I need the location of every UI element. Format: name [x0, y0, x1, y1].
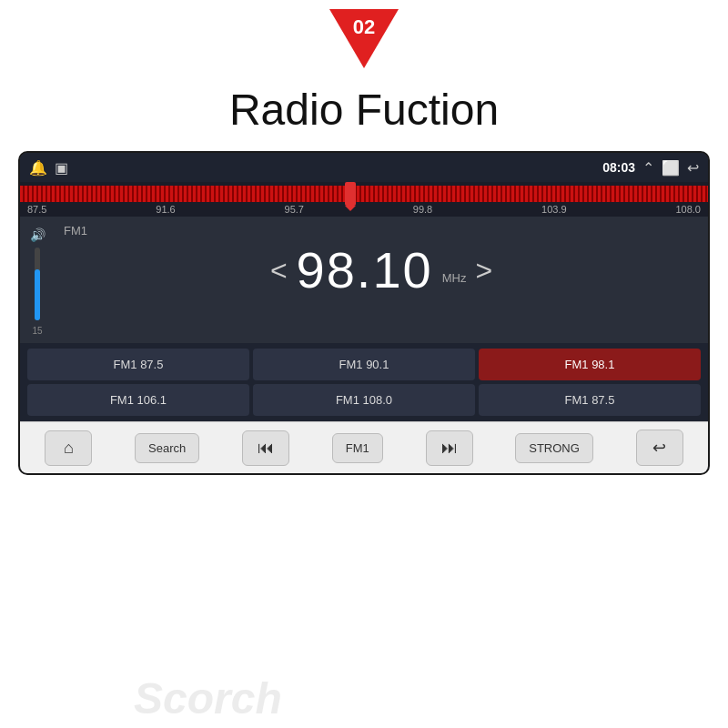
- status-time: 08:03: [602, 160, 635, 175]
- freq-bar-container: 87.5 91.6 95.7 99.8 103.9 108.0: [20, 182, 708, 217]
- left-panel: 🔊 15: [20, 224, 55, 336]
- strong-button[interactable]: STRONG: [515, 433, 593, 463]
- status-left: 🔔 ▣: [29, 159, 68, 177]
- freq-down-button[interactable]: <: [270, 256, 288, 285]
- volume-number: 15: [32, 326, 42, 336]
- preset-btn-1[interactable]: FM1 90.1: [253, 349, 475, 380]
- freq-label-3: 99.8: [413, 204, 432, 215]
- bottom-toolbar: ⌂ Search ⏮ FM1 ⏭ STRONG ↩: [20, 421, 708, 473]
- home-icon: ⬜: [662, 159, 680, 177]
- signal-icon: ▣: [55, 159, 68, 177]
- freq-slider-thumb[interactable]: [345, 182, 356, 206]
- freq-unit: MHz: [442, 271, 467, 285]
- notification-icon: 🔔: [29, 159, 47, 177]
- freq-label-0: 87.5: [27, 204, 46, 215]
- freq-slider-track[interactable]: [20, 186, 708, 202]
- page-title: Radio Fuction: [0, 85, 728, 135]
- watermark: Scorch: [134, 673, 282, 723]
- freq-labels: 87.5 91.6 95.7 99.8 103.9 108.0: [20, 202, 708, 217]
- device-screen: 🔔 ▣ 08:03 ⌃ ⬜ ↩ 87.5 91.6 95.7 99.8 103.…: [18, 151, 710, 475]
- status-bar: 🔔 ▣ 08:03 ⌃ ⬜ ↩: [20, 153, 708, 182]
- band-label: FM1: [55, 224, 87, 238]
- search-button[interactable]: Search: [135, 433, 199, 463]
- status-right: 08:03 ⌃ ⬜ ↩: [602, 159, 699, 177]
- back-button[interactable]: ↩: [636, 430, 683, 466]
- freq-up-button[interactable]: >: [475, 256, 492, 285]
- volume-slider[interactable]: [35, 248, 40, 320]
- band-button[interactable]: FM1: [332, 433, 383, 463]
- freq-label-2: 95.7: [285, 204, 304, 215]
- prev-button[interactable]: ⏮: [242, 430, 289, 466]
- frequency-display: < 98.10 MHz >: [270, 245, 492, 296]
- home-btn-icon: ⌂: [64, 439, 74, 458]
- prev-btn-icon: ⏮: [258, 439, 274, 458]
- back-icon: ↩: [687, 159, 699, 177]
- freq-label-4: 103.9: [541, 204, 567, 215]
- preset-btn-3[interactable]: FM1 106.1: [27, 384, 249, 416]
- preset-btn-4[interactable]: FM1 108.0: [253, 384, 475, 416]
- expand-icon: ⌃: [642, 159, 654, 177]
- badge-area: 02: [0, 0, 728, 68]
- home-button[interactable]: ⌂: [45, 430, 92, 466]
- preset-btn-5[interactable]: FM1 87.5: [479, 384, 701, 416]
- preset-grid: FM1 87.5 FM1 90.1 FM1 98.1 FM1 106.1 FM1…: [20, 343, 708, 421]
- freq-label-5: 108.0: [675, 204, 701, 215]
- volume-slider-fill: [35, 269, 40, 320]
- badge-triangle: 02: [329, 9, 399, 68]
- next-btn-icon: ⏭: [441, 439, 458, 458]
- center-panel: FM1 < 98.10 MHz >: [55, 224, 708, 336]
- next-button[interactable]: ⏭: [426, 430, 473, 466]
- badge-number: 02: [353, 15, 375, 39]
- freq-value: 98.10: [297, 245, 433, 296]
- preset-btn-0[interactable]: FM1 87.5: [27, 349, 249, 380]
- radio-main: 🔊 15 FM1 < 98.10 MHz >: [20, 217, 708, 343]
- volume-icon: 🔊: [30, 228, 46, 242]
- freq-label-1: 91.6: [156, 204, 175, 215]
- back-btn-icon: ↩: [652, 438, 666, 458]
- preset-btn-2[interactable]: FM1 98.1: [479, 349, 701, 380]
